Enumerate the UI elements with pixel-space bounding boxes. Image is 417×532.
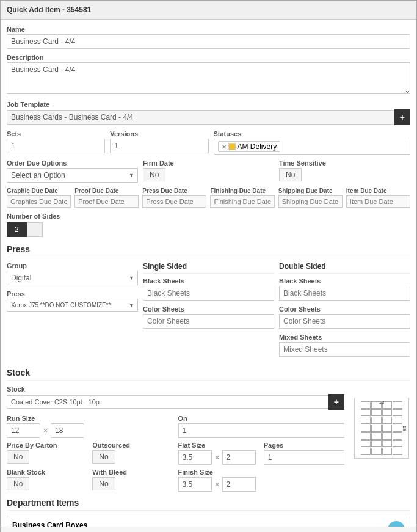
group-field: Group Digital	[7, 262, 138, 285]
outsourced-button[interactable]: No	[92, 450, 115, 464]
run-size-w-input[interactable]	[7, 423, 40, 438]
finish-size-h-input[interactable]	[222, 477, 256, 492]
group-select[interactable]: Digital	[7, 271, 138, 285]
diagram-cell	[361, 409, 371, 417]
stock-label: Stock	[7, 385, 344, 393]
single-black-sheets: Black Sheets	[143, 277, 274, 301]
stock-input-group: Stock +	[7, 385, 344, 410]
finish-size-w-input[interactable]	[178, 477, 212, 492]
graphic-due-input[interactable]	[7, 195, 71, 208]
press-due-col: Press Due Date	[142, 188, 206, 208]
blank-stock-button[interactable]: No	[7, 477, 29, 490]
price-by-carton-label: Price By Carton	[7, 442, 87, 449]
blank-stock-label: Blank Stock	[7, 468, 87, 476]
pages-input[interactable]	[264, 450, 344, 465]
diagram-cell	[382, 425, 392, 432]
time-sensitive-col: Time Sensitive No	[279, 159, 410, 183]
double-color-sheets-input[interactable]	[279, 314, 410, 329]
firm-date-button[interactable]: No	[143, 168, 165, 181]
status-tag-color	[228, 143, 236, 150]
press-select[interactable]: Xerox J75 **DO NOT CUSTOMIZE**	[7, 299, 138, 312]
single-color-sheets-input[interactable]	[143, 314, 274, 329]
status-tag-remove[interactable]: ✕	[222, 144, 227, 150]
diagram-cell	[371, 409, 381, 417]
diagram-cell	[393, 432, 402, 440]
name-label: Name	[7, 26, 410, 33]
job-template-input[interactable]	[7, 110, 394, 125]
stock-fields: Stock + Run Size ✕	[7, 385, 344, 492]
modal-title: Quick Add Item - 354581	[7, 5, 91, 14]
press-due-input[interactable]	[142, 195, 206, 208]
diagram-cell	[361, 440, 371, 448]
finishing-due-input[interactable]	[210, 195, 274, 208]
double-black-sheets-input[interactable]	[279, 286, 410, 301]
job-template-group: Job Template +	[7, 101, 410, 125]
single-sided-col: Single Sided Black Sheets Color Sheets	[143, 262, 274, 362]
price-by-carton-button[interactable]: No	[7, 450, 29, 464]
flat-size-h-input[interactable]	[222, 450, 256, 465]
order-due-select[interactable]: Select an Option	[7, 168, 138, 183]
job-template-label: Job Template	[7, 101, 410, 108]
with-bleed-button[interactable]: No	[92, 477, 115, 490]
department-add-button[interactable]: +	[388, 521, 405, 527]
statuses-input[interactable]: ✕ AM Delivery	[214, 139, 411, 155]
finishing-due-label: Finishing Due Date	[210, 188, 274, 194]
sets-label: Sets	[7, 130, 105, 137]
double-mixed-sheets-input[interactable]	[279, 342, 410, 357]
blank-stock-col: Blank Stock No	[7, 468, 87, 492]
description-input[interactable]: Business Card - 4/4	[7, 62, 410, 94]
finish-size-spacer	[264, 468, 344, 492]
stock-add-button[interactable]: +	[328, 394, 344, 410]
date-fields-grid: Graphic Due Date Proof Due Date Press Du…	[7, 188, 410, 208]
diagram-cell	[393, 448, 402, 455]
number-of-sides-group: Number of Sides 2	[7, 213, 410, 237]
shipping-due-input[interactable]	[278, 195, 343, 208]
diagram-cell	[371, 432, 381, 440]
diagram-cell	[361, 401, 371, 409]
with-bleed-label: With Bleed	[92, 468, 173, 476]
department-item-name: Business Card Boxes	[12, 521, 156, 527]
proof-due-input[interactable]	[74, 195, 139, 208]
sets-col: Sets	[7, 130, 105, 155]
outsourced-col: Outsourced No	[92, 442, 173, 465]
time-sensitive-button[interactable]: No	[279, 168, 302, 181]
side-1-button[interactable]	[27, 222, 43, 237]
job-template-add-button[interactable]: +	[394, 109, 410, 125]
sides-buttons: 2	[7, 222, 410, 237]
side-2-button[interactable]: 2	[7, 222, 27, 237]
department-item-row: Business Card Boxes 5.0000 qty Total Fin…	[12, 521, 405, 527]
finishing-due-col: Finishing Due Date	[210, 188, 274, 208]
diagram-cell	[393, 417, 402, 424]
graphic-due-col: Graphic Due Date	[7, 188, 71, 208]
sets-input[interactable]	[7, 139, 105, 153]
flat-size-w-input[interactable]	[178, 450, 212, 465]
with-bleed-col: With Bleed No	[92, 468, 173, 492]
versions-input[interactable]	[110, 139, 208, 153]
order-due-col: Order Due Options Select an Option	[7, 159, 138, 183]
department-items-box: Business Card Boxes 5.0000 qty Total Fin…	[7, 516, 410, 527]
group-label: Group	[7, 262, 138, 269]
versions-col: Versions	[110, 130, 208, 155]
diagram-cell	[371, 417, 381, 424]
run-size-h-input[interactable]	[51, 423, 84, 438]
item-due-input[interactable]	[346, 195, 410, 208]
diagram-cell	[361, 425, 371, 432]
order-due-label: Order Due Options	[7, 159, 138, 167]
stock-input[interactable]	[7, 395, 328, 409]
single-color-sheets: Color Sheets	[143, 305, 274, 329]
double-mixed-sheets-label: Mixed Sheets	[279, 333, 410, 341]
status-tag-label: AM Delivery	[238, 142, 277, 151]
name-group: Name	[7, 26, 410, 49]
diagram-cell	[382, 417, 392, 424]
diagram-cell	[371, 448, 381, 455]
press-label: Press	[7, 290, 138, 297]
blank-bleed-finish-row: Blank Stock No With Bleed No Finish Size…	[7, 468, 344, 492]
on-input[interactable]	[178, 423, 345, 438]
diagram-cell	[382, 409, 392, 417]
double-color-sheets-label: Color Sheets	[279, 305, 410, 313]
stock-row: Stock + Run Size ✕	[7, 385, 410, 492]
name-input[interactable]	[7, 34, 410, 49]
diagram-cell	[361, 432, 371, 440]
single-black-sheets-input[interactable]	[143, 286, 274, 301]
pages-label: Pages	[264, 442, 344, 449]
